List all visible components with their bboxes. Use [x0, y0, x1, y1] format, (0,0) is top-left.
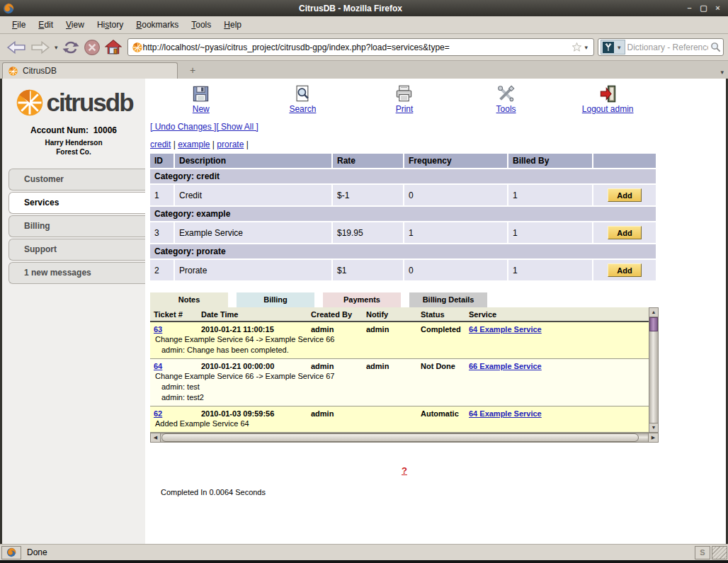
extension-badge[interactable]: S	[695, 546, 710, 559]
note-detail-line: Change Example Service 64 -> Example Ser…	[150, 334, 649, 345]
add-service-button[interactable]: Add	[608, 263, 642, 277]
url-bar[interactable]: http://localhost/~pyasi/citrus_project/c…	[127, 38, 594, 56]
search-input[interactable]: Dictionary - Reference...	[627, 42, 708, 52]
separator: |	[210, 140, 217, 149]
url-dropdown-icon[interactable]: ▾	[582, 44, 590, 51]
menu-help[interactable]: Help	[217, 18, 248, 32]
minimize-button[interactable]: –	[684, 4, 695, 13]
new-button[interactable]: New	[162, 84, 240, 114]
tools-button[interactable]: Tools	[467, 84, 545, 114]
search-magnifier-icon[interactable]	[710, 42, 721, 52]
menu-bookmarks[interactable]: Bookmarks	[130, 18, 185, 32]
note-entry: 622010-01-03 09:59:56adminAutomatic64 Ex…	[150, 406, 649, 419]
home-icon	[105, 39, 122, 56]
sidebar-item-customer[interactable]: Customer	[8, 169, 145, 190]
search-button[interactable]: Search	[263, 84, 341, 114]
close-button[interactable]: ×	[712, 4, 723, 13]
notes-horizontal-scrollbar[interactable]: ◀ ▶	[150, 433, 659, 443]
sidebar-item-billing[interactable]: Billing	[8, 215, 145, 237]
new-tab-button[interactable]: +	[183, 64, 202, 77]
tab-citrusdb[interactable]: CitrusDB	[2, 62, 178, 79]
resize-grip-icon[interactable]	[712, 546, 727, 559]
search-bar[interactable]: ▾ Dictionary - Reference...	[598, 38, 724, 56]
service-billed_by: 1	[508, 260, 592, 280]
print-label[interactable]: Print	[396, 104, 414, 114]
category-link-prorate[interactable]: prorate	[217, 140, 244, 149]
scroll-left-icon[interactable]: ◀	[150, 433, 161, 443]
back-arrow-icon	[6, 40, 26, 55]
menu-tools[interactable]: Tools	[185, 18, 217, 32]
ticket-link[interactable]: 63	[154, 325, 162, 334]
home-button[interactable]	[103, 38, 124, 57]
menu-file[interactable]: File	[6, 18, 32, 32]
vertical-scroll-thumb[interactable]	[649, 317, 658, 331]
search-label[interactable]: Search	[289, 104, 316, 114]
account-number-line: Account Num: 10006	[2, 125, 145, 135]
firefox-icon	[3, 3, 14, 14]
service-description: Prorate	[175, 260, 331, 280]
service-id: 2	[150, 260, 174, 280]
service-frequency: 0	[404, 260, 507, 280]
ticket-link[interactable]: 62	[154, 409, 162, 418]
print-button[interactable]: Print	[365, 84, 443, 114]
list-all-tabs-icon[interactable]: ▾	[720, 69, 724, 76]
menu-view[interactable]: View	[59, 18, 91, 32]
horizontal-scroll-trough[interactable]	[161, 433, 648, 443]
crossed-tools-icon	[496, 84, 516, 103]
sidebar-item-messages[interactable]: 1 new messages	[8, 262, 145, 284]
scroll-right-icon[interactable]: ▶	[648, 433, 659, 443]
scroll-down-icon[interactable]: ▼	[649, 423, 659, 433]
search-engine-selector[interactable]: ▾	[601, 40, 625, 55]
add-service-button[interactable]: Add	[608, 188, 642, 202]
forward-button[interactable]	[28, 39, 52, 56]
services-table-body: Category: credit1Credit$-101AddCategory:…	[150, 169, 656, 280]
col-billed-by: Billed By	[508, 154, 592, 168]
stop-button[interactable]	[81, 38, 103, 57]
service-link[interactable]: 64 Example Service	[469, 325, 542, 334]
maximize-button[interactable]: ▢	[698, 4, 709, 13]
service-link[interactable]: 64 Example Service	[469, 409, 542, 418]
service-link[interactable]: 66 Example Service	[469, 362, 542, 370]
reload-icon	[62, 39, 79, 56]
notes-vertical-scrollbar[interactable]: ▲ ▼	[649, 307, 659, 433]
col-created-by: Created By	[311, 310, 366, 319]
logout-label[interactable]: Logout admin	[582, 104, 634, 114]
menu-edit[interactable]: Edit	[32, 18, 59, 32]
ticket-link[interactable]: 64	[154, 362, 162, 370]
printer-icon	[394, 84, 414, 103]
tab-notes[interactable]: Notes	[150, 292, 228, 307]
sidebar-item-support[interactable]: Support	[8, 239, 145, 261]
new-label[interactable]: New	[193, 104, 210, 114]
category-link-example[interactable]: example	[178, 140, 210, 149]
tab-billing[interactable]: Billing	[237, 292, 314, 307]
show-all-link[interactable]: [ Show All ]	[216, 122, 258, 132]
reload-button[interactable]	[60, 38, 81, 57]
service-id: 3	[150, 222, 174, 243]
note-datetime: 2010-01-21 00:00:00	[201, 362, 311, 370]
back-button[interactable]	[4, 39, 28, 56]
col-action	[593, 154, 656, 168]
url-text[interactable]: http://localhost/~pyasi/citrus_project/c…	[143, 42, 572, 52]
menu-history[interactable]: History	[91, 18, 130, 32]
category-link-credit[interactable]: credit	[150, 140, 171, 149]
undo-changes-link[interactable]: [ Undo Changes ]	[150, 122, 216, 132]
note-row: 632010-01-21 11:00:15adminadminCompleted…	[150, 322, 649, 359]
forward-dropdown-icon[interactable]: ▾	[52, 44, 60, 51]
notes-header-row: Ticket # Date Time Created By Notify Sta…	[150, 307, 649, 322]
note-status: Automatic	[421, 409, 469, 418]
note-created_by: admin	[311, 409, 366, 418]
sidebar-item-services[interactable]: Services	[8, 192, 145, 214]
tab-payments[interactable]: Payments	[323, 292, 401, 307]
scroll-up-icon[interactable]: ▲	[649, 307, 659, 317]
tab-billing-details[interactable]: Billing Details	[409, 292, 487, 307]
add-service-button[interactable]: Add	[608, 226, 642, 239]
tools-label[interactable]: Tools	[496, 104, 516, 114]
col-frequency: Frequency	[404, 154, 507, 168]
bookmark-star-icon[interactable]	[571, 42, 582, 52]
logout-button[interactable]: Logout admin	[569, 84, 647, 114]
help-link[interactable]: ?	[150, 465, 659, 476]
account-label: Account Num:	[30, 125, 89, 135]
horizontal-scroll-thumb[interactable]	[161, 433, 639, 442]
vertical-scroll-trough[interactable]	[649, 317, 659, 423]
services-header-row: ID Description Rate Frequency Billed By	[150, 154, 656, 168]
